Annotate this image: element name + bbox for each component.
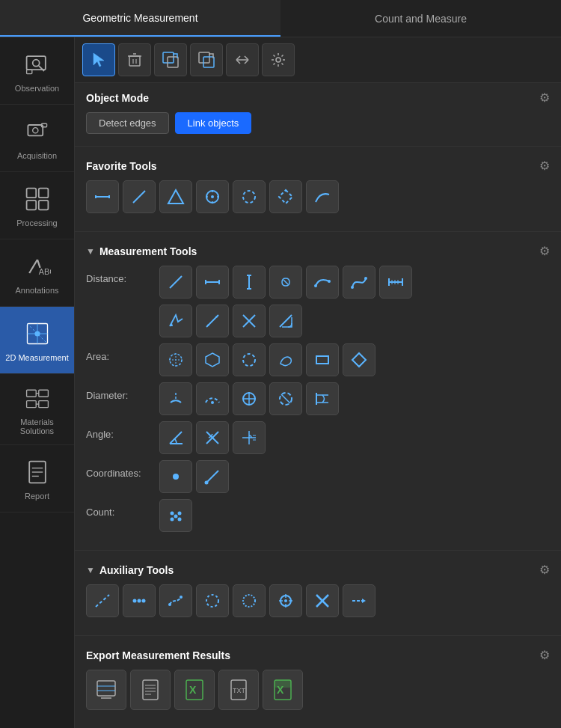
- toolbar-resize-btn[interactable]: [226, 43, 259, 76]
- link-objects-btn[interactable]: Link objects: [175, 112, 252, 134]
- svg-line-43: [133, 191, 145, 203]
- toolbar-settings-btn[interactable]: [262, 43, 295, 76]
- diameter-dashed-circle-tool[interactable]: [269, 382, 302, 415]
- object-mode-gear[interactable]: ⚙: [539, 91, 550, 105]
- aux-x-tool[interactable]: [306, 584, 339, 617]
- distance-horizontal-tool[interactable]: [196, 266, 229, 299]
- fav-line-tool[interactable]: [86, 180, 119, 213]
- sidebar-item-annotations[interactable]: ABC Annotations: [0, 239, 74, 307]
- svg-text:X: X: [277, 684, 284, 696]
- fav-diagonal-tool[interactable]: [123, 180, 156, 213]
- sidebar-item-materials-solutions[interactable]: Materials Solutions: [0, 374, 74, 445]
- aux-dashed-circle-tool[interactable]: [196, 584, 229, 617]
- toolbar-select-btn[interactable]: [82, 43, 115, 76]
- export-excel2-tool[interactable]: X: [263, 670, 303, 710]
- svg-line-53: [170, 276, 182, 288]
- svg-marker-81: [206, 353, 219, 367]
- sidebar-item-2d-measurement[interactable]: 2D Measurement: [0, 307, 74, 374]
- area-dotted-circle-tool[interactable]: [159, 343, 192, 376]
- auxiliary-tools-header: ▼ Auxiliary Tools ⚙: [86, 563, 550, 577]
- area-row: Area:: [86, 343, 550, 376]
- fav-dashed-circle-tool[interactable]: [233, 180, 266, 213]
- count-label: Count:: [86, 499, 153, 518]
- svg-point-86: [211, 401, 214, 404]
- report-icon: [22, 457, 52, 487]
- auxiliary-tools-section: ▼ Auxiliary Tools ⚙: [75, 555, 561, 631]
- toolbar-copy-from-btn[interactable]: [154, 43, 187, 76]
- coordinates-line-tool[interactable]: [196, 460, 229, 493]
- fav-dashed-diamond-tool[interactable]: [269, 180, 302, 213]
- sidebar-item-acquisition[interactable]: Acquisition: [0, 105, 74, 172]
- angle-label: Angle:: [86, 421, 153, 440]
- measurement-tools-chevron[interactable]: ▼: [86, 246, 95, 257]
- coordinates-point-tool[interactable]: [159, 460, 192, 493]
- angle-bent-tool[interactable]: [196, 421, 229, 454]
- svg-marker-84: [352, 353, 366, 367]
- svg-line-60: [283, 280, 288, 284]
- processing-icon: [22, 184, 52, 214]
- fav-triangle-tool[interactable]: [159, 180, 192, 213]
- distance-diagonal-tool[interactable]: [159, 266, 192, 299]
- sidebar-item-processing[interactable]: Processing: [0, 172, 74, 239]
- export-txt-tool[interactable]: TXT: [218, 670, 259, 710]
- distance-curve-tool[interactable]: [306, 266, 339, 299]
- distance-x-tool[interactable]: [233, 305, 266, 337]
- area-label: Area:: [86, 343, 153, 362]
- area-polygon-tool[interactable]: [196, 343, 229, 376]
- area-rect-tool[interactable]: [306, 343, 339, 376]
- auxiliary-tools-gear[interactable]: ⚙: [539, 563, 550, 577]
- export-doc-tool[interactable]: [130, 670, 171, 710]
- aux-chain-tool[interactable]: [159, 584, 192, 617]
- svg-rect-19: [26, 390, 36, 397]
- measurement-tools-gear[interactable]: ⚙: [539, 244, 550, 258]
- distance-row2: [86, 305, 550, 337]
- diameter-dashed-arc-tool[interactable]: [196, 382, 229, 415]
- diameter-circle-full-tool[interactable]: [233, 382, 266, 415]
- svg-point-116: [180, 596, 183, 599]
- distance-hatch-tool[interactable]: [379, 266, 412, 299]
- diameter-caliper-tool[interactable]: [306, 382, 339, 415]
- fav-circle-tool[interactable]: [196, 180, 229, 213]
- svg-line-104: [206, 471, 218, 483]
- favorite-tools-gear[interactable]: ⚙: [539, 159, 550, 173]
- aux-arrow-tool[interactable]: [343, 584, 375, 617]
- count-dots-tool[interactable]: [159, 499, 192, 532]
- auxiliary-tools-chevron[interactable]: ▼: [86, 565, 95, 575]
- tab-count-and-measure[interactable]: Count and Measure: [280, 0, 561, 37]
- svg-point-103: [173, 474, 179, 480]
- sidebar-label-annotations: Annotations: [15, 286, 58, 295]
- coordinates-label: Coordinates:: [86, 460, 153, 479]
- detect-edges-btn[interactable]: Detect edges: [86, 112, 169, 134]
- tab-geometric-measurement[interactable]: Geometric Measurement: [0, 0, 280, 37]
- distance-vertical-tool[interactable]: [233, 266, 266, 299]
- toolbar-delete-btn[interactable]: [118, 43, 151, 76]
- aux-dashed-line-tool[interactable]: [86, 584, 119, 617]
- sidebar-item-report[interactable]: Report: [0, 445, 74, 513]
- distance-arrow-tool[interactable]: [159, 305, 192, 337]
- svg-point-82: [243, 354, 255, 366]
- area-freehand-tool[interactable]: [269, 343, 302, 376]
- aux-target-tool[interactable]: [269, 584, 302, 617]
- object-mode-header: Object Mode ⚙: [86, 91, 550, 105]
- distance-diag-arrow-tool[interactable]: [196, 305, 229, 337]
- svg-rect-34: [163, 52, 174, 63]
- angle-measure-tool[interactable]: [233, 421, 266, 454]
- area-diamond-tool[interactable]: [343, 343, 375, 376]
- distance-spline-tool[interactable]: [343, 266, 375, 299]
- fav-curve-tool[interactable]: [306, 180, 339, 213]
- favorite-tools-title: Favorite Tools: [86, 160, 157, 172]
- export-screenshot-tool[interactable]: [86, 670, 126, 710]
- mode-buttons: Detect edges Link objects: [86, 112, 550, 134]
- distance-chain-tool[interactable]: [269, 266, 302, 299]
- sidebar-item-observation[interactable]: Observation: [0, 37, 74, 105]
- angle-basic-tool[interactable]: [159, 421, 192, 454]
- svg-rect-36: [199, 52, 209, 63]
- export-gear[interactable]: ⚙: [539, 648, 550, 662]
- export-excel-tool[interactable]: X: [174, 670, 215, 710]
- toolbar-copy-to-btn[interactable]: [190, 43, 223, 76]
- distance-angular-tool[interactable]: [269, 305, 302, 337]
- aux-dots-tool[interactable]: [123, 584, 156, 617]
- aux-dotted-circle-tool[interactable]: [233, 584, 266, 617]
- area-dashed-circle-tool[interactable]: [233, 343, 266, 376]
- diameter-arc-tool[interactable]: [159, 382, 192, 415]
